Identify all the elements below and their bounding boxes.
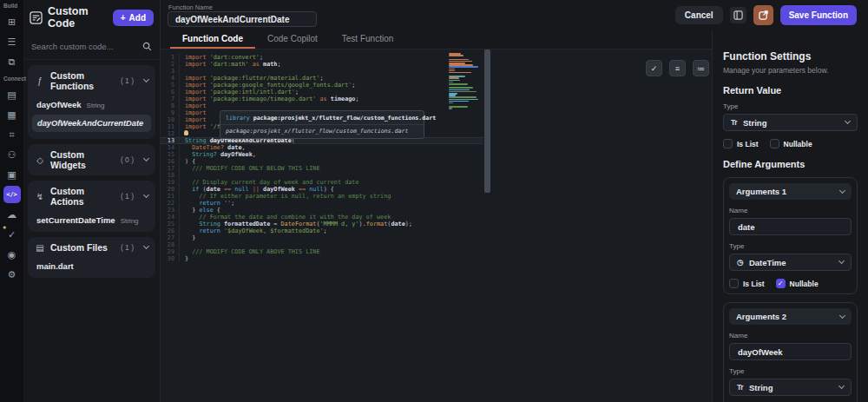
argument-1-type-dropdown[interactable]: ◷ DateTime [729, 254, 852, 271]
toggle-panel-button[interactable] [730, 7, 746, 23]
code-line[interactable]: 16) { [161, 158, 483, 165]
add-custom-code-button[interactable]: +Add [113, 10, 154, 26]
code-line[interactable]: 28 [161, 241, 483, 248]
save-function-button[interactable]: Save Function [780, 5, 857, 25]
custom-widgets-header[interactable]: ◇ Custom Widgets ( 0 ) [28, 144, 155, 175]
argument-1-is-list-checkbox[interactable] [729, 279, 739, 288]
tab-function-code[interactable]: Function Code [170, 30, 255, 49]
file-item-maindart[interactable]: main.dart [28, 258, 155, 274]
add-page-icon[interactable]: ⊞ [3, 13, 21, 30]
code-line[interactable]: 23 } else { [161, 207, 483, 214]
minimap[interactable] [449, 53, 480, 110]
line-number: 29 [161, 248, 180, 255]
storyboard-icon[interactable]: ☰ [3, 33, 21, 50]
code-line[interactable]: 25 String formattedDate = DateFormat('MM… [161, 221, 483, 227]
code-line[interactable]: 6import 'package:intl/intl.dart'; [161, 89, 483, 96]
settings-icon[interactable]: ⚙ [3, 266, 21, 283]
line-number: 26 [161, 227, 180, 234]
media-assets-icon[interactable]: ▣ [3, 166, 21, 183]
function-name-input[interactable]: dayOfWeekAndCurrentDate [168, 11, 317, 27]
code-line[interactable]: 5import 'package:google_fonts/google_fon… [161, 82, 483, 89]
branding-icon[interactable]: ◉ [3, 246, 21, 263]
sidebar-title: Custom Code [48, 5, 108, 30]
top-bar: Function Name dayOfWeekAndCurrentDate Ca… [161, 0, 868, 30]
editor-tabs: Function Code Code Copilot Test Function [161, 30, 712, 49]
line-number: 2 [161, 61, 180, 68]
code-line[interactable]: 29 /// MODIFY CODE ONLY ABOVE THIS LINE [161, 248, 483, 255]
code-line[interactable]: 4import 'package:flutter/material.dart'; [161, 75, 483, 82]
code-line[interactable]: 15 String? dayOfWeek, [161, 151, 483, 158]
validate-code-button[interactable]: ✓ [646, 60, 662, 76]
custom-functions-header[interactable]: ƒ Custom Functions ( 1 ) [28, 65, 155, 96]
components-icon[interactable]: ⧉ [3, 53, 21, 70]
code-line[interactable]: 20 if (date == null || dayOfWeek == null… [161, 186, 483, 193]
check-icon: ✓ [651, 64, 658, 73]
code-line[interactable]: 3 [161, 68, 483, 75]
search-custom-code-input[interactable]: Search custom code... [23, 35, 160, 60]
open-in-editor-button[interactable] [753, 5, 773, 25]
cloud-functions-icon[interactable]: ☁ [3, 206, 21, 223]
return-type-dropdown[interactable]: Tr String [723, 114, 858, 131]
argument-2-type-dropdown[interactable]: Tr String [729, 379, 852, 396]
custom-widgets-card: ◇ Custom Widgets ( 0 ) [28, 144, 155, 175]
code-line[interactable]: 14 DateTime? date, [161, 144, 483, 151]
custom-code-logo-icon [30, 11, 43, 24]
database-icon[interactable]: ▤ [3, 86, 21, 103]
project-checks-icon[interactable]: ✓ [3, 226, 21, 243]
code-line[interactable]: 8import [161, 102, 483, 109]
argument-card-1: Arguments 1 Name date Type ◷ DateTime Is… [723, 177, 858, 294]
nav-rail-build-icons: ⊞☰⧉ [3, 10, 21, 73]
chevron-down-icon [839, 187, 845, 193]
line-number: 3 [161, 68, 180, 75]
cancel-button[interactable]: Cancel [675, 6, 723, 24]
code-line[interactable]: 22 return ''; [161, 200, 483, 207]
plus-icon: + [121, 13, 126, 23]
code-line[interactable]: 26 return '$dayOfWeek, $formattedDate'; [161, 227, 483, 234]
datetime-type-icon: ◷ [737, 258, 743, 267]
quick-fix-lightbulb-icon[interactable] [184, 130, 188, 135]
code-line[interactable]: 19 // Display current day of week and cu… [161, 179, 483, 186]
api-calls-icon[interactable]: ⌗ [3, 126, 21, 143]
custom-code-icon[interactable]: </> [3, 186, 21, 203]
line-number: 19 [161, 179, 180, 186]
function-item-dayofweekandcurrentdate-selected[interactable]: dayOfWeekAndCurrentDate [32, 115, 151, 132]
line-number: 5 [161, 82, 180, 89]
code-line[interactable]: 27 } [161, 234, 483, 241]
code-line[interactable]: 21 // If either parameter is null, retur… [161, 193, 483, 200]
cms-icon[interactable]: ▦ [3, 106, 21, 123]
custom-actions-header[interactable]: ↯ Custom Actions ( 1 ) [28, 181, 155, 212]
code-line[interactable]: 24 // Format the date and combine it wit… [161, 214, 483, 221]
format-code-button[interactable]: ≡ [669, 60, 686, 76]
argument-2-header[interactable]: Arguments 2 [729, 308, 852, 325]
line-number: 17 [161, 165, 180, 172]
custom-files-header[interactable]: ▤ Custom Files ( 1 ) [28, 237, 155, 258]
line-number: 18 [161, 172, 180, 179]
argument-1-nullable-checkbox[interactable]: ✓ [776, 279, 786, 288]
string-type-icon: Tr [737, 383, 743, 392]
line-number: 24 [161, 214, 180, 221]
code-line[interactable]: 30} [161, 255, 483, 262]
indent-code-button[interactable]: ≔ [693, 60, 709, 76]
argument-1-header[interactable]: Arguments 1 [729, 183, 852, 200]
argument-2-name-input[interactable]: dayOfWeek [729, 343, 852, 360]
code-line[interactable]: 1import 'dart:convert'; [161, 54, 483, 61]
code-line[interactable]: 7import 'package:timeago/timeago.dart' a… [161, 96, 483, 102]
tab-test-function[interactable]: Test Function [330, 30, 405, 49]
integrations-icon[interactable]: ⚇ [3, 146, 21, 163]
code-line[interactable]: 17 /// MODIFY CODE ONLY BELOW THIS LINE [161, 165, 483, 172]
code-editor[interactable]: 1import 'dart:convert';2import 'dart:mat… [161, 49, 712, 402]
tab-code-copilot[interactable]: Code Copilot [255, 30, 330, 49]
nav-rail-connect-icons: ▤▦⌗⚇▣</>☁✓◉⚙ [3, 83, 21, 286]
code-line[interactable]: 2import 'dart:math' as math; [161, 61, 483, 68]
line-number: 8 [161, 102, 180, 109]
check-icon: ✓ [778, 280, 784, 287]
return-is-list-checkbox[interactable] [723, 139, 733, 148]
editor-scrollbar[interactable] [484, 49, 490, 193]
code-line[interactable]: 18 [161, 172, 483, 179]
return-nullable-checkbox[interactable] [770, 139, 779, 148]
argument-1-name-input[interactable]: date [729, 218, 852, 235]
chevron-down-icon [143, 243, 149, 249]
action-item-setcurrentdatetime[interactable]: setCurrentDateTime String [28, 212, 155, 228]
function-item-dayofweek[interactable]: dayOfWeek String [28, 96, 155, 113]
settings-subtitle: Manage your parameters below. [723, 66, 858, 75]
